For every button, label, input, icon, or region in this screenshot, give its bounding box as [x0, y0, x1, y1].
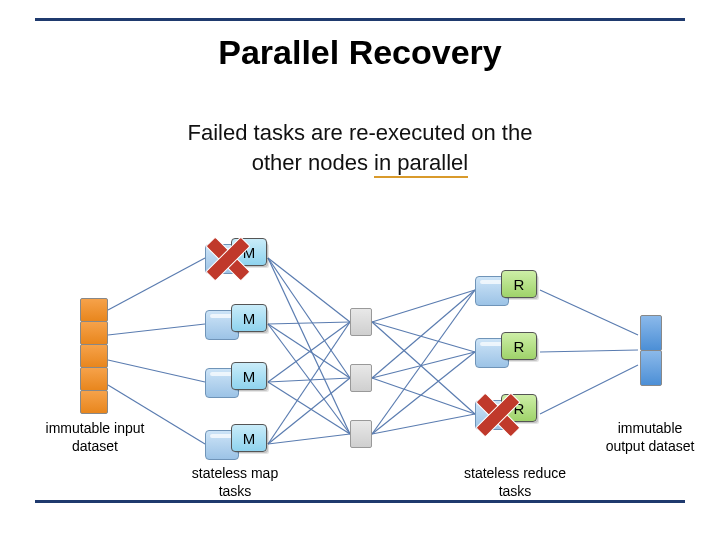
svg-line-20: [372, 352, 475, 378]
label-output-dataset: immutable output dataset: [600, 420, 700, 455]
svg-line-25: [540, 290, 638, 335]
output-dataset: [640, 315, 662, 385]
svg-line-9: [268, 324, 350, 378]
svg-line-22: [372, 322, 475, 414]
intermediate-block: [350, 308, 372, 336]
svg-line-14: [268, 382, 350, 434]
subtitle-emphasis: in parallel: [374, 150, 468, 178]
page-title: Parallel Recovery: [0, 33, 720, 72]
intermediate-block: [350, 420, 372, 448]
input-segment: [80, 321, 108, 345]
map-node-3: M: [205, 424, 267, 466]
svg-line-6: [268, 322, 350, 382]
subtitle-line2a: other nodes: [252, 150, 374, 175]
reduce-node-0: R: [475, 270, 537, 312]
input-segment: [80, 390, 108, 414]
failure-marker-reduce: [477, 394, 519, 436]
input-segment: [80, 298, 108, 322]
map-node-1: M: [205, 304, 267, 346]
svg-line-16: [372, 290, 475, 322]
svg-line-27: [540, 365, 638, 414]
svg-line-5: [268, 322, 350, 324]
svg-line-26: [540, 350, 638, 352]
reduce-task-badge: R: [501, 332, 537, 360]
svg-line-18: [372, 290, 475, 434]
svg-line-12: [268, 258, 350, 434]
input-segment: [80, 344, 108, 368]
svg-line-19: [372, 322, 475, 352]
bottom-rule: [35, 500, 685, 503]
svg-line-24: [372, 414, 475, 434]
intermediate-block: [350, 364, 372, 392]
input-dataset: [80, 298, 108, 413]
reduce-task-badge: R: [501, 270, 537, 298]
svg-line-1: [108, 324, 205, 335]
label-reduce-tasks: stateless reduce tasks: [460, 465, 570, 500]
label-map-tasks: stateless map tasks: [190, 465, 280, 500]
svg-line-17: [372, 290, 475, 378]
svg-line-7: [268, 322, 350, 444]
map-node-2: M: [205, 362, 267, 404]
connections: [0, 0, 720, 540]
svg-line-0: [108, 258, 205, 310]
output-segment: [640, 350, 662, 386]
svg-line-13: [268, 324, 350, 434]
map-task-badge: M: [231, 304, 267, 332]
output-segment: [640, 315, 662, 351]
svg-line-23: [372, 378, 475, 414]
subtitle: Failed tasks are re-executed on the othe…: [0, 118, 720, 177]
map-task-badge: M: [231, 362, 267, 390]
subtitle-line1: Failed tasks are re-executed on the: [188, 120, 533, 145]
svg-line-21: [372, 352, 475, 434]
svg-line-2: [108, 360, 205, 382]
svg-line-4: [268, 258, 350, 322]
input-segment: [80, 367, 108, 391]
svg-line-11: [268, 378, 350, 444]
svg-line-15: [268, 434, 350, 444]
failure-marker-map: [207, 238, 249, 280]
label-input-dataset: immutable input dataset: [45, 420, 145, 455]
svg-line-8: [268, 258, 350, 378]
top-rule: [35, 18, 685, 21]
svg-line-10: [268, 378, 350, 382]
map-task-badge: M: [231, 424, 267, 452]
reduce-node-1: R: [475, 332, 537, 374]
